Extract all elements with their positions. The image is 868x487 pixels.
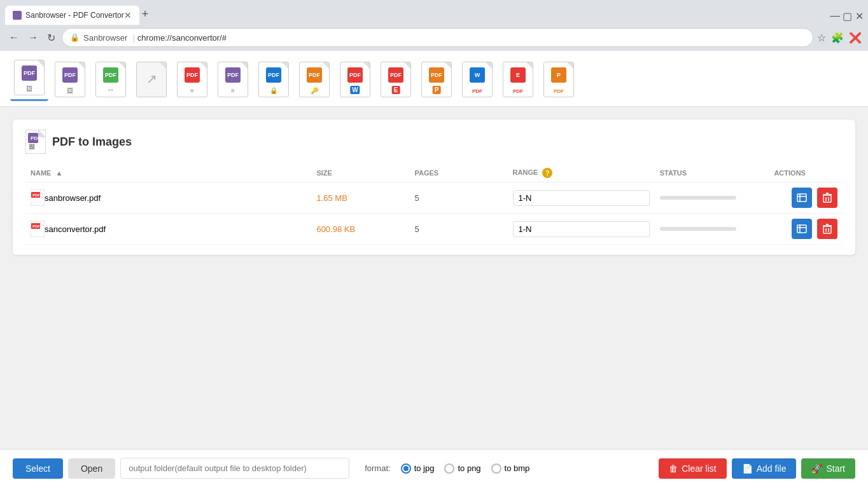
tool-pdf-image[interactable]: PDF 🖼 (51, 58, 89, 101)
tool-badge: PDF (62, 67, 78, 83)
browser-toolbar: ← → ↻ 🔒 Sanbrowser | chrome://sanconvert… (0, 24, 868, 51)
header-size: SIZE (311, 164, 409, 182)
format-png[interactable]: to png (444, 463, 480, 474)
tool-pdf-unlock[interactable]: PDF 🔑 (295, 58, 333, 101)
tab-favicon (13, 11, 22, 20)
range-input-1[interactable] (513, 221, 650, 237)
start-button[interactable]: 🚀 Start (801, 458, 855, 479)
format-bmp[interactable]: to bmp (491, 463, 530, 474)
file-name: sanconvertor.pdf (45, 224, 106, 234)
tool-sub-icon: ↔ (107, 85, 115, 94)
radio-jpg[interactable] (401, 463, 411, 474)
profile-icon[interactable]: ❌ (849, 32, 862, 44)
delete-icon (823, 224, 832, 234)
radio-bmp[interactable] (491, 463, 501, 474)
tool-badge: PDF (103, 67, 118, 83)
tool-pdf-to-images[interactable]: PDF 🖼 (10, 56, 48, 101)
tool-pdf-merge[interactable]: PDF ≡ (173, 58, 211, 101)
svg-text:PDF: PDF (32, 224, 40, 228)
extension-icon[interactable]: 🧩 (831, 32, 844, 44)
clear-list-button[interactable]: 🗑 Clear list (659, 458, 726, 479)
add-file-label: Add file (757, 463, 787, 474)
view-button-0[interactable] (792, 188, 812, 208)
cell-name-1: PDF sanconvertor.pdf (25, 214, 311, 245)
tool-badge: PDF (388, 67, 403, 83)
tool-pdf-to-ppt[interactable]: PDF P (417, 58, 456, 101)
tool-icon-excel-to-pdf: E PDF (503, 62, 533, 97)
tool-icon-merge: PDF ≡ (177, 62, 207, 97)
tool-badge: PDF (225, 67, 241, 83)
forward-button[interactable]: → (25, 29, 41, 46)
range-help-icon[interactable]: ? (542, 168, 552, 178)
format-jpg[interactable]: to jpg (401, 463, 435, 474)
tool-sub-label: PDF (513, 88, 523, 94)
svg-rect-9 (797, 194, 806, 202)
browser-tab[interactable]: Sanbrowser - PDF Convertor ✕ (5, 6, 139, 25)
tool-split-pdf[interactable]: PDF ↔ (92, 58, 130, 101)
app-content: PDF 🖼 PDF 🖼 PDF ↔ ↗ PD (0, 51, 868, 487)
tool-icon-pdf-to-images: PDF 🖼 (14, 60, 45, 95)
pdf-file-icon: PDF (31, 221, 45, 237)
cell-size-1: 600.98 KB (311, 214, 409, 245)
minimize-button[interactable]: — (830, 10, 837, 18)
security-icon: 🔒 (70, 33, 80, 42)
view-icon (797, 224, 807, 234)
output-folder-input[interactable] (120, 458, 349, 479)
tool-pdf-to-excel[interactable]: PDF E (377, 58, 415, 101)
delete-button-0[interactable] (817, 188, 837, 208)
select-button[interactable]: Select (13, 458, 63, 479)
tool-badge: PDF (429, 67, 444, 83)
tool-badge: PDF (307, 67, 322, 83)
tool-sub-icon: 🔑 (311, 87, 318, 94)
tool-pdf-text[interactable]: PDF ≡ (214, 58, 252, 101)
bookmark-icon[interactable]: ☆ (817, 32, 826, 44)
tool-ppt-to-pdf[interactable]: P PDF (540, 58, 578, 101)
tool-excel-to-pdf[interactable]: E PDF (499, 58, 537, 101)
tool-badge: PDF (266, 67, 281, 83)
cell-range-0 (508, 182, 655, 214)
table-row: PDF sanconvertor.pdf 600.98 KB 5 (25, 214, 843, 245)
tool-icon-pdf-to-word: PDF W (340, 62, 370, 97)
refresh-button[interactable]: ↻ (45, 29, 58, 46)
header-pages: PAGES (409, 164, 507, 182)
address-bar[interactable]: 🔒 Sanbrowser | chrome://sanconvertor/# (62, 28, 813, 47)
start-icon: 🚀 (811, 463, 822, 474)
add-file-button[interactable]: 📄 Add file (732, 458, 797, 479)
tool-word-to-pdf[interactable]: W PDF (458, 58, 496, 101)
close-button[interactable]: ✕ (855, 10, 863, 18)
open-button[interactable]: Open (68, 458, 115, 479)
brand-label: Sanbrowser (83, 33, 127, 43)
tool-badge: E (510, 67, 526, 83)
status-progress-0 (660, 196, 736, 200)
tool-rotate-pdf[interactable]: ↗ (132, 58, 171, 101)
maximize-button[interactable]: ▢ (843, 10, 850, 18)
radio-png[interactable] (444, 463, 454, 474)
cell-range-1 (508, 214, 655, 245)
tool-sub-icon: 🔒 (270, 87, 277, 94)
bottom-bar: Select Open format: to jpg to png to bmp… (0, 449, 868, 487)
tool-badge: PDF (347, 67, 363, 83)
tool-pdf-lock[interactable]: PDF 🔒 (255, 58, 293, 101)
browser-titlebar: Sanbrowser - PDF Convertor ✕ + — ▢ ✕ (0, 0, 868, 24)
tool-sub-label: W (350, 86, 360, 94)
format-options: to jpg to png to bmp (401, 463, 530, 474)
start-label: Start (826, 463, 845, 474)
add-icon: 📄 (742, 463, 753, 474)
table-body: PDF sanbrowser.pdf 1.65 MB 5 (25, 182, 843, 245)
tool-icon-text: PDF ≡ (218, 62, 248, 97)
pdf-file-icon: PDF (31, 189, 45, 206)
svg-text:PDF: PDF (32, 193, 40, 197)
table-header: NAME ▲ SIZE PAGES RANGE ? STATUS ACTIONS (25, 164, 843, 182)
delete-button-1[interactable] (817, 219, 837, 239)
view-button-1[interactable] (792, 219, 812, 239)
tool-icon-pdf-image: PDF 🖼 (55, 62, 85, 97)
tool-pdf-to-word[interactable]: PDF W (336, 58, 374, 101)
file-name: sanbrowser.pdf (45, 193, 101, 203)
tab-close-button[interactable]: ✕ (124, 10, 132, 20)
cell-actions-1 (769, 214, 843, 245)
format-label: format: (365, 463, 390, 473)
range-input-0[interactable] (513, 190, 650, 206)
back-button[interactable]: ← (6, 29, 22, 46)
new-tab-button[interactable]: + (142, 8, 149, 21)
window-controls: — ▢ ✕ (830, 10, 863, 18)
